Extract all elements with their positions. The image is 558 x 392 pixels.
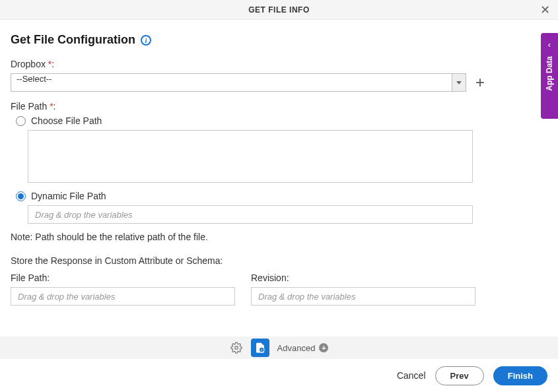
- gear-icon[interactable]: [230, 341, 243, 354]
- svg-point-0: [234, 346, 238, 350]
- document-info-icon[interactable]: i: [251, 339, 269, 357]
- filepath-label: File Path *:: [11, 101, 547, 112]
- radio-dynamic-filepath[interactable]: Dynamic File Path: [11, 191, 547, 201]
- radio-dynamic-input[interactable]: [16, 191, 26, 201]
- finish-button[interactable]: Finish: [493, 366, 547, 385]
- choose-filepath-box[interactable]: [28, 130, 473, 183]
- advanced-label-text: Advanced: [277, 343, 316, 353]
- app-data-side-tab[interactable]: ‹ App Data: [541, 33, 558, 119]
- content-area: Get File Configuration i Dropbox *: --Se…: [0, 20, 558, 306]
- response-columns: File Path: Drag & drop the variables Rev…: [11, 273, 547, 306]
- radio-dynamic-label: Dynamic File Path: [31, 191, 106, 201]
- dialog-footer: Cancel Prev Finish: [0, 359, 558, 392]
- info-icon[interactable]: i: [141, 35, 151, 46]
- store-response-label: Store the Response in Custom Attribute o…: [11, 255, 547, 266]
- dialog-title: GET FILE INFO: [248, 5, 310, 15]
- prev-button[interactable]: Prev: [435, 366, 484, 385]
- close-icon[interactable]: ✕: [540, 4, 550, 16]
- response-revision-col: Revision: Drag & drop the variables: [251, 273, 475, 306]
- advanced-toggle[interactable]: Advanced +: [277, 343, 329, 353]
- add-dropbox-button[interactable]: +: [473, 75, 487, 90]
- page-title-text: Get File Configuration: [11, 33, 135, 47]
- response-filepath-input[interactable]: Drag & drop the variables: [11, 287, 235, 306]
- dropbox-select[interactable]: --Select--: [11, 73, 466, 92]
- bottom-toolbar: i Advanced +: [0, 337, 558, 359]
- radio-choose-input[interactable]: [16, 116, 26, 126]
- response-revision-label: Revision:: [251, 273, 475, 283]
- dropbox-label: Dropbox *:: [11, 59, 547, 69]
- dialog-header: GET FILE INFO ✕: [0, 0, 558, 20]
- dropbox-select-wrapper: --Select--: [11, 73, 466, 92]
- cancel-button[interactable]: Cancel: [397, 370, 426, 381]
- filepath-note: Note: Path should be the relative path o…: [11, 232, 547, 242]
- response-revision-input[interactable]: Drag & drop the variables: [251, 287, 475, 306]
- page-title: Get File Configuration i: [11, 33, 547, 47]
- plus-circle-icon: +: [319, 343, 328, 352]
- chevron-left-icon: ‹: [548, 40, 551, 49]
- radio-choose-filepath[interactable]: Choose File Path: [11, 115, 547, 126]
- side-tab-label: App Data: [545, 56, 554, 91]
- radio-choose-label: Choose File Path: [31, 115, 102, 126]
- filepath-radio-group: Choose File Path Dynamic File Path Drag …: [11, 115, 547, 224]
- dropbox-row: --Select-- +: [11, 73, 547, 92]
- response-filepath-col: File Path: Drag & drop the variables: [11, 273, 235, 306]
- dynamic-filepath-input[interactable]: Drag & drop the variables: [28, 205, 473, 224]
- response-filepath-label: File Path:: [11, 273, 235, 283]
